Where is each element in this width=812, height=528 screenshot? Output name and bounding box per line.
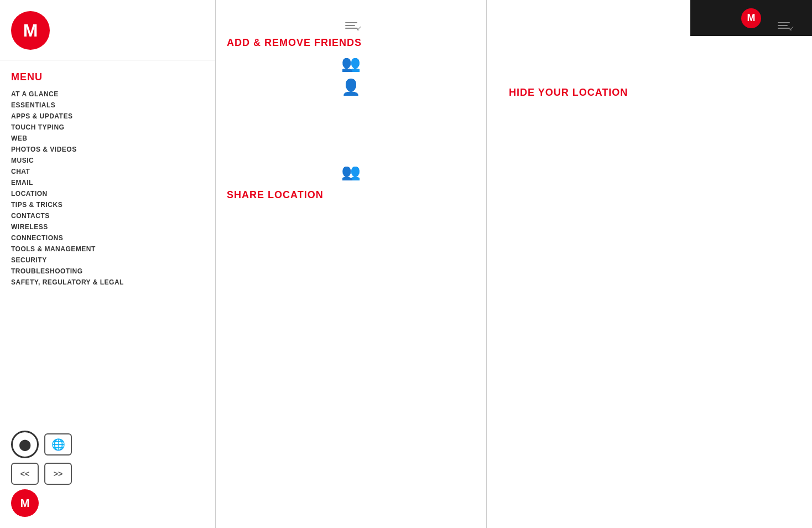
nav-item-troubleshooting[interactable]: TROUBLESHOOTING <box>11 266 204 277</box>
nav-item-wireless[interactable]: WIRELESS <box>11 221 204 232</box>
nav-menu: AT A GLANCEESSENTIALSAPPS & UPDATESTOUCH… <box>0 89 215 288</box>
add-remove-friends-heading: ADD & REMOVE FRIENDS <box>227 37 475 49</box>
nav-item-photos---videos[interactable]: PHOTOS & VIDEOS <box>11 144 204 155</box>
nav-item-security[interactable]: SECURITY <box>11 255 204 266</box>
nav-item-safety--regulatory---legal[interactable]: SAFETY, REGULATORY & LEGAL <box>11 277 204 288</box>
nav-item-apps---updates[interactable]: APPS & UPDATES <box>11 111 204 122</box>
nav-item-tips---tricks[interactable]: TIPS & TRICKS <box>11 199 204 210</box>
right-panel: HIDE YOUR LOcATION <box>487 0 812 528</box>
next-button[interactable]: >> <box>44 463 72 485</box>
record-button[interactable]: ⬤ <box>11 431 39 458</box>
nav-item-web[interactable]: WEB <box>11 133 204 144</box>
nav-item-chat[interactable]: CHAT <box>11 166 204 177</box>
nav-item-email[interactable]: EMAIL <box>11 177 204 188</box>
hamburger-icon <box>345 22 357 29</box>
controls-row-1: ⬤ 🌐 <box>11 431 72 458</box>
person-group-icon-1: 👥 <box>227 54 475 73</box>
nav-item-essentials[interactable]: ESSENTIALS <box>11 100 204 111</box>
bottom-controls: ⬤ 🌐 << >> M <box>11 431 72 517</box>
right-hamburger-icon <box>778 22 790 29</box>
hide-location-heading: HIDE YOUR LOcATION <box>509 87 801 99</box>
share-location-heading: SHARE LOCATION <box>227 189 475 201</box>
sidebar: M MENU AT A GLANCEESSENTIALSAPPS & UPDAT… <box>0 0 216 528</box>
nav-item-connections[interactable]: CONNECTIONS <box>11 232 204 244</box>
globe-button[interactable]: 🌐 <box>44 433 72 455</box>
controls-row-3: M <box>11 489 72 517</box>
middle-panel: ADD & REMOVE FRIENDS 👥 👤 👥 SHARE LOCATIO… <box>216 0 487 528</box>
hide-location-container: HIDE YOUR LOcATION <box>498 34 801 99</box>
nav-item-touch-typing[interactable]: TOUCH TYPING <box>11 122 204 133</box>
menu-title: MENU <box>0 66 215 89</box>
person-icon-1: 👤 <box>227 78 475 96</box>
nav-item-contacts[interactable]: CONTACTS <box>11 210 204 221</box>
logo-area: M <box>0 0 215 60</box>
motorola-bottom-logo: M <box>11 489 39 517</box>
motorola-logo: M <box>11 11 50 50</box>
person-group-icon-2: 👥 <box>227 163 475 181</box>
middle-menu-icon <box>227 22 475 29</box>
nav-item-music[interactable]: MUSIC <box>11 155 204 166</box>
nav-item-tools---management[interactable]: TOOLS & MANAGEMENT <box>11 244 204 255</box>
nav-item-at-a-glance[interactable]: AT A GLANCE <box>11 89 204 100</box>
right-panel-menu-icon <box>498 22 790 29</box>
prev-button[interactable]: << <box>11 463 39 485</box>
controls-row-2: << >> <box>11 463 72 485</box>
nav-item-location[interactable]: LOCATION <box>11 188 204 199</box>
